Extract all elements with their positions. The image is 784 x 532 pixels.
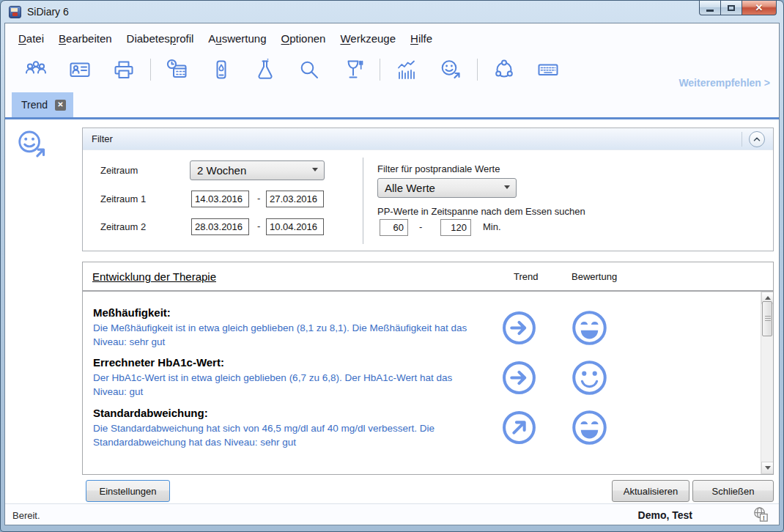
result-text: Standardabweichung: Die Standardabweichu… bbox=[83, 407, 482, 449]
menu-bearbeiten[interactable]: Bearbeiten bbox=[51, 30, 119, 47]
menu-datei[interactable]: Datei bbox=[11, 30, 51, 47]
zeitraum1-label: Zeitraum 1 bbox=[100, 193, 146, 204]
tab-close-button[interactable]: ✕ bbox=[55, 100, 66, 111]
connection-warning-icon[interactable]: ! bbox=[752, 506, 769, 526]
rating-laugh-icon bbox=[571, 409, 608, 446]
pp-to-input[interactable] bbox=[440, 219, 471, 236]
pp-filter-select[interactable]: Alle Werte bbox=[377, 178, 517, 198]
trend-improving-icon bbox=[501, 410, 537, 446]
trend-steady-icon bbox=[501, 310, 537, 346]
pp-from-input[interactable] bbox=[380, 219, 408, 236]
settings-button[interactable]: Einstellungen bbox=[86, 480, 170, 502]
minimize-icon bbox=[706, 10, 714, 12]
result-title: Errechneter HbA1c-Wert: bbox=[93, 356, 482, 369]
trend-icon bbox=[439, 58, 462, 81]
search-button[interactable] bbox=[297, 57, 322, 82]
rating-cell bbox=[555, 359, 623, 396]
maximize-button[interactable] bbox=[721, 1, 742, 15]
device-import-button[interactable] bbox=[209, 57, 234, 82]
rating-smile-icon bbox=[571, 359, 608, 396]
main-area: Filter Zeitraum 2 Wochen Zeitraum 1 - bbox=[5, 119, 779, 503]
header-separator bbox=[742, 132, 742, 147]
pp-filter-label: Filter für postprandiale Werte bbox=[377, 163, 500, 174]
close-window-button[interactable]: ✕ bbox=[742, 1, 777, 15]
zeitraum1-from-input[interactable] bbox=[191, 191, 249, 207]
pp-unit-label: Min. bbox=[483, 221, 501, 232]
refresh-button[interactable]: Aktualisieren bbox=[612, 480, 689, 502]
zeitraum-select[interactable]: 2 Wochen bbox=[190, 160, 325, 180]
result-title: Meßhäufigkeit: bbox=[93, 306, 482, 319]
lab-values-button[interactable] bbox=[253, 57, 278, 82]
zeitraum1-to-input[interactable] bbox=[266, 191, 324, 207]
logbook-icon bbox=[166, 58, 189, 81]
logbook-button[interactable] bbox=[165, 57, 190, 82]
zeitraum2-label: Zeitraum 2 bbox=[100, 221, 146, 232]
trend-view-icon bbox=[15, 128, 48, 161]
rating-cell bbox=[555, 309, 623, 347]
statistics-icon bbox=[395, 58, 418, 81]
window-frame: SiDiary 6 ✕ Datei Bearbeiten Diabetespro… bbox=[0, 0, 784, 532]
menu-werkzeuge[interactable]: Werkzeuge bbox=[333, 30, 403, 47]
trend-cell bbox=[482, 310, 555, 346]
trend-cell bbox=[482, 410, 555, 446]
print-icon bbox=[112, 58, 136, 81]
result-row-messhaeufigkeit: Meßhäufigkeit: Die Meßhäufigkeit ist in … bbox=[83, 306, 761, 349]
nutrition-button[interactable] bbox=[341, 57, 366, 82]
rating-cell bbox=[555, 409, 623, 446]
vertical-scrollbar[interactable] bbox=[761, 292, 773, 474]
result-description: Der HbA1c-Wert ist in etwa gleich geblie… bbox=[93, 371, 482, 399]
scrollbar-thumb[interactable] bbox=[762, 301, 772, 336]
tabstrip: Trend ✕ bbox=[5, 92, 779, 117]
app-client-area: Datei Bearbeiten Diabetesprofil Auswertu… bbox=[4, 23, 780, 525]
chevron-down-icon bbox=[312, 168, 318, 171]
menu-diabetesprofil[interactable]: Diabetesprofil bbox=[119, 30, 201, 47]
vertical-divider bbox=[363, 158, 363, 244]
current-user: Demo, Test bbox=[638, 509, 692, 521]
statusbar: Bereit. Demo, Test ! bbox=[5, 503, 779, 525]
result-text: Meßhäufigkeit: Die Meßhäufigkeit ist in … bbox=[83, 306, 482, 349]
zeitraum2-from-input[interactable] bbox=[191, 218, 249, 235]
scroll-down-icon bbox=[765, 466, 771, 470]
collapse-panel-button[interactable] bbox=[749, 131, 765, 147]
column-header-rating: Bewertung bbox=[572, 271, 617, 282]
chevron-up-icon bbox=[752, 134, 762, 144]
result-description: Die Meßhäufigkeit ist in etwa gleich geb… bbox=[93, 321, 482, 349]
tab-trend[interactable]: Trend ✕ bbox=[12, 92, 73, 117]
tab-trend-label: Trend bbox=[21, 99, 48, 111]
status-message: Bereit. bbox=[12, 510, 40, 521]
result-description: Die Standardabweichung hat sich von 46,5… bbox=[93, 421, 482, 449]
window-title: SiDiary 6 bbox=[27, 6, 69, 18]
scroll-down-button[interactable] bbox=[761, 462, 774, 474]
app-icon bbox=[9, 6, 21, 18]
toolbar bbox=[14, 56, 570, 84]
toolbar-separator bbox=[380, 59, 380, 81]
device-import-icon bbox=[210, 58, 233, 81]
statistics-button[interactable] bbox=[394, 57, 419, 82]
menu-optionen[interactable]: Optionen bbox=[274, 30, 333, 47]
result-row-hba1c: Errechneter HbA1c-Wert: Der HbA1c-Wert i… bbox=[83, 356, 761, 399]
patient-card-icon bbox=[68, 58, 92, 81]
pp-span-label: PP-Werte in Zeitspanne nach dem Essen su… bbox=[377, 206, 585, 217]
keyboard-button[interactable] bbox=[536, 57, 561, 82]
recommend-link[interactable]: Weiterempfehlen > bbox=[678, 77, 770, 89]
result-text: Errechneter HbA1c-Wert: Der HbA1c-Wert i… bbox=[83, 356, 482, 399]
close-button[interactable]: Schließen bbox=[692, 480, 774, 502]
patient-card-button[interactable] bbox=[67, 57, 92, 82]
minimize-button[interactable] bbox=[699, 1, 721, 15]
keyboard-icon bbox=[536, 58, 560, 81]
rating-laugh-icon bbox=[571, 309, 608, 347]
result-title: Standardabweichung: bbox=[93, 407, 482, 419]
zeitraum2-to-input[interactable] bbox=[266, 218, 324, 235]
menu-auswertung[interactable]: Auswertung bbox=[201, 30, 273, 47]
nutrition-icon bbox=[341, 58, 365, 81]
patients-button[interactable] bbox=[23, 57, 48, 82]
print-button[interactable] bbox=[111, 57, 136, 82]
zeitraum-label: Zeitraum bbox=[100, 165, 138, 176]
maximize-icon bbox=[728, 5, 735, 11]
titlebar: SiDiary 6 ✕ bbox=[1, 1, 783, 23]
menu-hilfe[interactable]: Hilfe bbox=[403, 30, 440, 47]
pp-filter-selected-value: Alle Werte bbox=[385, 182, 435, 194]
trend-button[interactable] bbox=[438, 57, 463, 82]
trend-steady-icon bbox=[501, 360, 537, 396]
sync-button[interactable] bbox=[492, 57, 517, 82]
